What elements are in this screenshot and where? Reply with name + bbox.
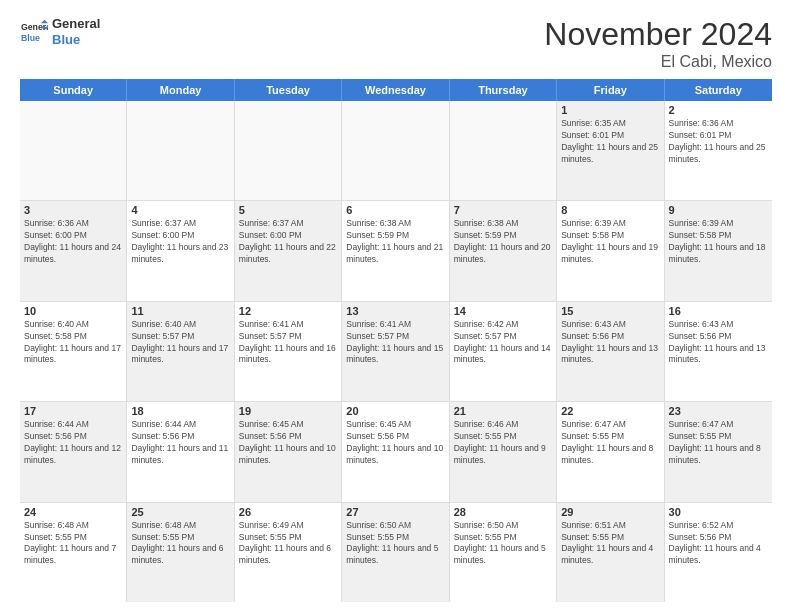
calendar-header: SundayMondayTuesdayWednesdayThursdayFrid… [20, 79, 772, 101]
calendar-row-1: 3Sunrise: 6:36 AMSunset: 6:00 PMDaylight… [20, 201, 772, 301]
cell-content: Sunrise: 6:39 AMSunset: 5:58 PMDaylight:… [561, 218, 659, 266]
cell-content: Sunrise: 6:38 AMSunset: 5:59 PMDaylight:… [346, 218, 444, 266]
cell-content: Sunrise: 6:41 AMSunset: 5:57 PMDaylight:… [346, 319, 444, 367]
calendar-row-4: 24Sunrise: 6:48 AMSunset: 5:55 PMDayligh… [20, 503, 772, 602]
day-cell-22: 22Sunrise: 6:47 AMSunset: 5:55 PMDayligh… [557, 402, 664, 501]
cell-content: Sunrise: 6:50 AMSunset: 5:55 PMDaylight:… [346, 520, 444, 568]
day-cell-1: 1Sunrise: 6:35 AMSunset: 6:01 PMDaylight… [557, 101, 664, 200]
day-number: 8 [561, 204, 659, 216]
day-cell-24: 24Sunrise: 6:48 AMSunset: 5:55 PMDayligh… [20, 503, 127, 602]
calendar-page: General Blue General Blue November 2024 … [0, 0, 792, 612]
day-cell-12: 12Sunrise: 6:41 AMSunset: 5:57 PMDayligh… [235, 302, 342, 401]
day-cell-20: 20Sunrise: 6:45 AMSunset: 5:56 PMDayligh… [342, 402, 449, 501]
cell-content: Sunrise: 6:45 AMSunset: 5:56 PMDaylight:… [346, 419, 444, 467]
day-cell-8: 8Sunrise: 6:39 AMSunset: 5:58 PMDaylight… [557, 201, 664, 300]
day-cell-16: 16Sunrise: 6:43 AMSunset: 5:56 PMDayligh… [665, 302, 772, 401]
day-number: 19 [239, 405, 337, 417]
cell-content: Sunrise: 6:43 AMSunset: 5:56 PMDaylight:… [669, 319, 768, 367]
logo-icon: General Blue [20, 18, 48, 46]
cell-content: Sunrise: 6:42 AMSunset: 5:57 PMDaylight:… [454, 319, 552, 367]
cell-content: Sunrise: 6:41 AMSunset: 5:57 PMDaylight:… [239, 319, 337, 367]
day-cell-14: 14Sunrise: 6:42 AMSunset: 5:57 PMDayligh… [450, 302, 557, 401]
day-number: 7 [454, 204, 552, 216]
empty-cell [127, 101, 234, 200]
cell-content: Sunrise: 6:47 AMSunset: 5:55 PMDaylight:… [561, 419, 659, 467]
day-number: 13 [346, 305, 444, 317]
svg-text:Blue: Blue [21, 32, 40, 42]
day-number: 2 [669, 104, 768, 116]
day-cell-17: 17Sunrise: 6:44 AMSunset: 5:56 PMDayligh… [20, 402, 127, 501]
day-number: 27 [346, 506, 444, 518]
day-number: 4 [131, 204, 229, 216]
day-number: 30 [669, 506, 768, 518]
cell-content: Sunrise: 6:40 AMSunset: 5:57 PMDaylight:… [131, 319, 229, 367]
cell-content: Sunrise: 6:36 AMSunset: 6:01 PMDaylight:… [669, 118, 768, 166]
empty-cell [450, 101, 557, 200]
day-number: 11 [131, 305, 229, 317]
cell-content: Sunrise: 6:45 AMSunset: 5:56 PMDaylight:… [239, 419, 337, 467]
cell-content: Sunrise: 6:50 AMSunset: 5:55 PMDaylight:… [454, 520, 552, 568]
day-number: 23 [669, 405, 768, 417]
day-cell-2: 2Sunrise: 6:36 AMSunset: 6:01 PMDaylight… [665, 101, 772, 200]
location: El Cabi, Mexico [544, 53, 772, 71]
header-day-wednesday: Wednesday [342, 79, 449, 101]
day-number: 16 [669, 305, 768, 317]
cell-content: Sunrise: 6:44 AMSunset: 5:56 PMDaylight:… [131, 419, 229, 467]
day-number: 6 [346, 204, 444, 216]
day-cell-28: 28Sunrise: 6:50 AMSunset: 5:55 PMDayligh… [450, 503, 557, 602]
empty-cell [20, 101, 127, 200]
day-number: 26 [239, 506, 337, 518]
day-cell-18: 18Sunrise: 6:44 AMSunset: 5:56 PMDayligh… [127, 402, 234, 501]
day-number: 21 [454, 405, 552, 417]
cell-content: Sunrise: 6:36 AMSunset: 6:00 PMDaylight:… [24, 218, 122, 266]
day-cell-30: 30Sunrise: 6:52 AMSunset: 5:56 PMDayligh… [665, 503, 772, 602]
day-cell-23: 23Sunrise: 6:47 AMSunset: 5:55 PMDayligh… [665, 402, 772, 501]
cell-content: Sunrise: 6:35 AMSunset: 6:01 PMDaylight:… [561, 118, 659, 166]
day-cell-9: 9Sunrise: 6:39 AMSunset: 5:58 PMDaylight… [665, 201, 772, 300]
day-cell-15: 15Sunrise: 6:43 AMSunset: 5:56 PMDayligh… [557, 302, 664, 401]
day-number: 9 [669, 204, 768, 216]
cell-content: Sunrise: 6:47 AMSunset: 5:55 PMDaylight:… [669, 419, 768, 467]
cell-content: Sunrise: 6:39 AMSunset: 5:58 PMDaylight:… [669, 218, 768, 266]
page-header: General Blue General Blue November 2024 … [20, 16, 772, 71]
day-number: 10 [24, 305, 122, 317]
day-cell-5: 5Sunrise: 6:37 AMSunset: 6:00 PMDaylight… [235, 201, 342, 300]
calendar-body: 1Sunrise: 6:35 AMSunset: 6:01 PMDaylight… [20, 101, 772, 602]
cell-content: Sunrise: 6:48 AMSunset: 5:55 PMDaylight:… [131, 520, 229, 568]
empty-cell [235, 101, 342, 200]
cell-content: Sunrise: 6:37 AMSunset: 6:00 PMDaylight:… [239, 218, 337, 266]
header-day-sunday: Sunday [20, 79, 127, 101]
day-number: 18 [131, 405, 229, 417]
day-cell-10: 10Sunrise: 6:40 AMSunset: 5:58 PMDayligh… [20, 302, 127, 401]
day-cell-25: 25Sunrise: 6:48 AMSunset: 5:55 PMDayligh… [127, 503, 234, 602]
day-cell-13: 13Sunrise: 6:41 AMSunset: 5:57 PMDayligh… [342, 302, 449, 401]
day-cell-21: 21Sunrise: 6:46 AMSunset: 5:55 PMDayligh… [450, 402, 557, 501]
logo-general: General [52, 16, 100, 32]
cell-content: Sunrise: 6:52 AMSunset: 5:56 PMDaylight:… [669, 520, 768, 568]
day-number: 24 [24, 506, 122, 518]
header-day-monday: Monday [127, 79, 234, 101]
calendar: SundayMondayTuesdayWednesdayThursdayFrid… [20, 79, 772, 602]
day-number: 5 [239, 204, 337, 216]
day-cell-3: 3Sunrise: 6:36 AMSunset: 6:00 PMDaylight… [20, 201, 127, 300]
month-title: November 2024 [544, 16, 772, 53]
day-number: 28 [454, 506, 552, 518]
cell-content: Sunrise: 6:44 AMSunset: 5:56 PMDaylight:… [24, 419, 122, 467]
day-number: 12 [239, 305, 337, 317]
day-cell-19: 19Sunrise: 6:45 AMSunset: 5:56 PMDayligh… [235, 402, 342, 501]
day-cell-7: 7Sunrise: 6:38 AMSunset: 5:59 PMDaylight… [450, 201, 557, 300]
cell-content: Sunrise: 6:40 AMSunset: 5:58 PMDaylight:… [24, 319, 122, 367]
logo: General Blue General Blue [20, 16, 100, 47]
day-number: 25 [131, 506, 229, 518]
title-section: November 2024 El Cabi, Mexico [544, 16, 772, 71]
day-cell-4: 4Sunrise: 6:37 AMSunset: 6:00 PMDaylight… [127, 201, 234, 300]
cell-content: Sunrise: 6:49 AMSunset: 5:55 PMDaylight:… [239, 520, 337, 568]
day-cell-27: 27Sunrise: 6:50 AMSunset: 5:55 PMDayligh… [342, 503, 449, 602]
cell-content: Sunrise: 6:48 AMSunset: 5:55 PMDaylight:… [24, 520, 122, 568]
day-number: 14 [454, 305, 552, 317]
header-day-thursday: Thursday [450, 79, 557, 101]
cell-content: Sunrise: 6:43 AMSunset: 5:56 PMDaylight:… [561, 319, 659, 367]
calendar-row-3: 17Sunrise: 6:44 AMSunset: 5:56 PMDayligh… [20, 402, 772, 502]
day-number: 20 [346, 405, 444, 417]
day-number: 1 [561, 104, 659, 116]
